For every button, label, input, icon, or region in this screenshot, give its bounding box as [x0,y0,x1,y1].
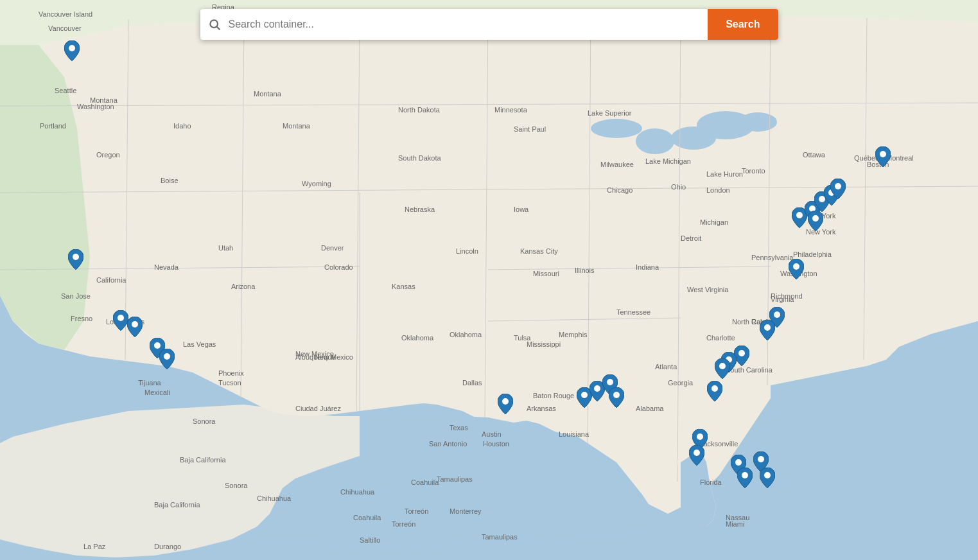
svg-point-165 [880,151,886,157]
map-pin-nyc3[interactable] [830,179,846,199]
svg-point-143 [502,398,509,405]
svg-point-137 [69,45,75,51]
map-pin-sacramento[interactable] [68,249,83,270]
map-pin-boston[interactable] [875,146,891,167]
svg-point-156 [764,472,771,478]
svg-text:Tamaulipas: Tamaulipas [437,475,473,483]
svg-text:Sonora: Sonora [193,417,216,425]
svg-text:Las Vegas: Las Vegas [183,340,216,348]
svg-text:Durango: Durango [154,543,181,550]
search-input[interactable] [229,19,708,30]
svg-point-167 [764,324,771,331]
svg-text:Michigan: Michigan [700,218,728,226]
svg-text:Arkansas: Arkansas [527,405,556,412]
svg-text:Phoenix: Phoenix [218,369,244,377]
svg-text:South Dakota: South Dakota [398,154,442,162]
svg-text:Virginia: Virginia [771,295,794,303]
svg-text:Oregon: Oregon [96,151,120,159]
svg-text:Kansas: Kansas [392,283,415,290]
map-pin-miami1[interactable] [689,445,704,466]
svg-text:North Dakota: North Dakota [398,106,441,114]
svg-text:Montana: Montana [90,96,118,104]
map-pin-savannah3[interactable] [760,320,775,340]
svg-text:Texas: Texas [450,424,468,432]
svg-text:Milwaukee: Milwaukee [600,161,634,168]
svg-text:Florida: Florida [700,478,722,486]
svg-text:Idaho: Idaho [173,122,191,130]
svg-text:Montana: Montana [283,122,311,130]
svg-text:Montana: Montana [254,90,282,98]
svg-text:Mississippi: Mississippi [527,340,561,348]
svg-text:Nassau: Nassau [726,514,749,521]
svg-point-166 [712,385,718,392]
svg-text:Memphis: Memphis [559,331,588,338]
svg-text:Dallas: Dallas [462,379,482,387]
svg-point-158 [793,263,799,270]
svg-text:Tucson: Tucson [218,379,241,387]
svg-text:Coahuila: Coahuila [353,514,381,521]
svg-text:Fresno: Fresno [71,315,92,322]
svg-text:Portland: Portland [40,122,66,130]
svg-point-157 [774,311,780,318]
svg-text:West Virginia: West Virginia [687,286,729,293]
search-button[interactable]: Search [708,9,778,40]
map-pin-miami5[interactable] [760,468,775,488]
svg-text:Torreón: Torreón [405,507,428,515]
map-pin-new_orleans4[interactable] [609,387,624,408]
search-icon [200,18,229,31]
svg-text:Charlotte: Charlotte [706,334,735,342]
svg-text:Ottawa: Ottawa [803,151,826,159]
map-pin-charleston1[interactable] [715,358,730,379]
svg-point-141 [154,342,161,349]
svg-text:Baja California: Baja California [154,501,200,509]
svg-text:Denver: Denver [321,244,344,252]
svg-text:Baja California: Baja California [180,456,226,464]
svg-text:Illinois: Illinois [575,267,595,274]
map-pin-la2[interactable] [127,317,143,337]
svg-point-4 [591,119,642,138]
svg-point-138 [73,254,79,260]
map-pin-norfolk[interactable] [789,259,804,279]
svg-text:Wyoming: Wyoming [302,180,331,188]
svg-text:Georgia: Georgia [668,379,694,387]
map-pin-raleigh[interactable] [707,381,722,401]
svg-text:Lincoln: Lincoln [456,247,478,255]
svg-point-135 [210,20,218,28]
svg-text:San Antonio: San Antonio [429,440,467,448]
svg-text:Austin: Austin [482,430,502,438]
svg-text:Saltillo: Saltillo [360,536,380,544]
svg-text:Philadelphia: Philadelphia [793,250,832,258]
map-pin-miami3[interactable] [737,468,753,488]
svg-point-142 [164,353,170,360]
svg-point-8 [738,112,777,132]
svg-text:Chihuahua: Chihuahua [257,494,292,502]
svg-point-151 [697,433,703,440]
svg-text:Houston: Houston [483,440,509,448]
map-pin-seattle[interactable] [64,40,80,61]
map-pin-la1[interactable] [113,310,128,331]
svg-point-152 [694,450,700,456]
svg-text:Vancouver Island: Vancouver Island [39,10,92,18]
svg-point-140 [132,321,138,328]
svg-text:Torreón: Torreón [392,520,415,528]
svg-text:Louisiana: Louisiana [559,430,589,438]
svg-text:Tijuana: Tijuana [138,379,162,387]
svg-text:Tamaulipas: Tamaulipas [482,533,518,541]
svg-text:Ohio: Ohio [671,183,686,191]
svg-text:Tennessee: Tennessee [616,308,651,316]
svg-point-148 [738,350,745,356]
svg-text:Chihuahua: Chihuahua [340,488,375,496]
svg-text:Saint Paul: Saint Paul [514,125,546,133]
map-pin-houston[interactable] [498,394,513,414]
svg-text:Lake Huron: Lake Huron [706,170,743,178]
svg-text:Indiana: Indiana [636,263,659,271]
svg-text:Iowa: Iowa [514,206,529,213]
svg-text:Lake Michigan: Lake Michigan [645,157,691,165]
search-bar: Search [200,9,778,40]
svg-text:Minnesota: Minnesota [494,106,528,114]
svg-point-164 [835,183,841,189]
svg-point-155 [758,456,764,462]
map-pin-philadelphia2[interactable] [808,211,823,231]
svg-point-147 [613,392,620,398]
map-pin-la4[interactable] [159,349,175,369]
